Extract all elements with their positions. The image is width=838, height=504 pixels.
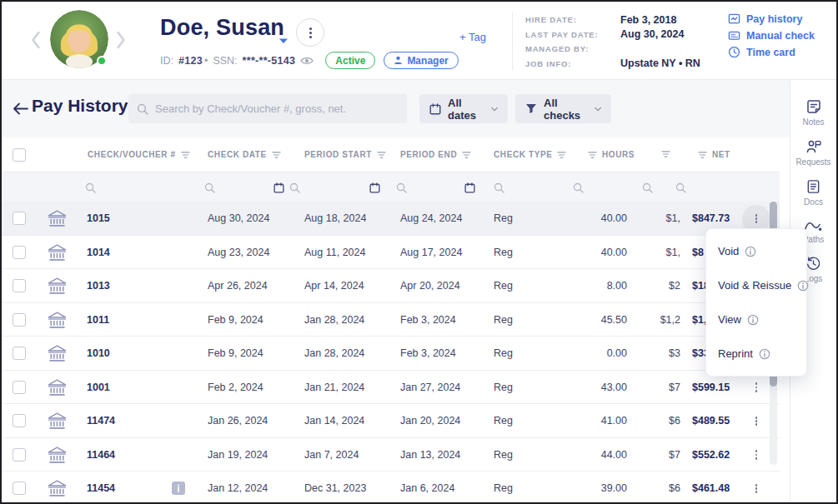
row-actions-button[interactable]	[742, 373, 770, 402]
docs-icon	[805, 178, 821, 195]
calendar-icon[interactable]	[369, 182, 380, 197]
table-row[interactable]: 11454Jan 12, 2024Dec 31, 2023Jan 6, 2024…	[2, 472, 780, 504]
menu-item-void-reissue[interactable]: Void & Reissue	[706, 279, 806, 292]
menu-item-view[interactable]: View	[706, 313, 806, 326]
period-start: Apr 14, 2024	[304, 269, 364, 303]
table-row[interactable]: 1013Apr 26, 2024Apr 14, 2024Apr 20, 2024…	[2, 269, 780, 303]
bank-icon	[47, 446, 68, 465]
table-row[interactable]: 1010Feb 9, 2024Jan 28, 2024Feb 3, 2024Re…	[2, 337, 780, 371]
table-row[interactable]: 11464Jan 19, 2024Jan 7, 2024Jan 13, 2024…	[2, 438, 780, 472]
row-checkbox[interactable]	[13, 482, 26, 495]
info-circle-icon	[747, 314, 759, 326]
row-checkbox[interactable]	[13, 279, 26, 292]
search-icon[interactable]	[675, 182, 686, 197]
manual-check-link[interactable]: Manual check	[728, 29, 815, 42]
info-label: MANAGED BY:	[525, 44, 620, 53]
bank-icon	[47, 209, 68, 228]
calendar-icon[interactable]	[464, 182, 475, 197]
employee-more-actions-button[interactable]	[296, 18, 324, 47]
row-actions-button[interactable]	[742, 475, 770, 503]
col-gross[interactable]	[661, 150, 675, 158]
app-window: Doe, Susan ID: #123 • SSN: ***-**-5143 A…	[0, 0, 838, 504]
search-icon[interactable]	[85, 182, 96, 197]
table-row[interactable]: 1011Feb 9, 2024Jan 28, 2024Feb 3, 2024Re…	[2, 303, 780, 337]
check-type: Reg	[494, 269, 513, 303]
add-tag-button[interactable]: + Tag	[459, 31, 486, 43]
check-number: 1011	[87, 303, 109, 337]
row-actions-button[interactable]	[742, 441, 770, 469]
check-filter-label: All checks	[544, 97, 588, 122]
check-date: Feb 9, 2024	[208, 303, 263, 337]
col-period-end[interactable]: PERIOD END	[400, 150, 471, 159]
row-checkbox[interactable]	[13, 313, 26, 327]
search-icon[interactable]	[573, 182, 584, 197]
check-date: Aug 23, 2024	[208, 236, 269, 270]
col-check-type[interactable]: CHECK TYPE	[494, 150, 566, 159]
date-filter-button[interactable]: All dates	[419, 94, 508, 123]
col-check-date[interactable]: CHECK DATE	[208, 150, 281, 159]
info-circle-icon	[759, 348, 770, 360]
menu-item-reprint[interactable]: Reprint	[706, 347, 806, 360]
row-checkbox[interactable]	[13, 212, 26, 225]
period-start: Aug 11, 2024	[304, 236, 365, 270]
table-header: CHECK/VOUCHER # CHECK DATE PERIOD START …	[2, 137, 780, 172]
sidebar-item-notes[interactable]: Notes	[802, 98, 824, 127]
search-icon[interactable]	[289, 182, 300, 197]
gross: $6	[639, 472, 680, 504]
employee-name[interactable]: Doe, Susan	[160, 15, 284, 41]
search-icon[interactable]	[204, 182, 215, 197]
period-start: Aug 18, 2024	[304, 202, 366, 236]
chevron-down-icon[interactable]	[278, 32, 289, 47]
select-all-checkbox[interactable]	[13, 148, 26, 162]
search-box[interactable]	[128, 94, 407, 123]
row-checkbox[interactable]	[13, 347, 26, 360]
row-checkbox[interactable]	[13, 246, 26, 259]
row-checkbox[interactable]	[13, 448, 26, 462]
row-actions-button[interactable]	[742, 407, 770, 436]
menu-item-void[interactable]: Void	[706, 245, 806, 257]
check-type: Reg	[494, 371, 513, 405]
col-hours[interactable]: HOURS	[588, 150, 635, 159]
quick-link-label: Manual check	[746, 30, 815, 42]
table-row[interactable]: 11474Jan 26, 2024Jan 14, 2024Jan 20, 202…	[2, 404, 780, 438]
eye-icon[interactable]	[300, 56, 314, 66]
search-icon[interactable]	[642, 182, 653, 197]
back-button[interactable]	[13, 102, 28, 118]
avatar[interactable]	[50, 10, 108, 68]
role-badge[interactable]: Manager	[384, 52, 458, 69]
check-date: Jan 12, 2024	[208, 472, 268, 504]
bank-icon	[47, 277, 68, 296]
filter-icon	[462, 151, 471, 159]
table-row[interactable]: 1014Aug 23, 2024Aug 11, 2024Aug 17, 2024…	[2, 236, 780, 270]
sidebar-item-requests[interactable]: Requests	[795, 138, 830, 167]
table-row[interactable]: 1015Aug 30, 2024Aug 18, 2024Aug 24, 2024…	[2, 202, 780, 236]
sidebar-item-label: Docs	[804, 197, 823, 207]
check-type: Reg	[494, 202, 513, 236]
employee-subheader: ID: #123 • SSN: ***-**-5143 Active Manag…	[160, 52, 459, 69]
col-check-voucher[interactable]: CHECK/VOUCHER #	[88, 150, 190, 159]
time-card-link[interactable]: Time card	[728, 46, 815, 58]
menu-item-label: Void & Reissue	[718, 279, 791, 292]
menu-item-label: View	[718, 313, 741, 326]
filter-icon	[181, 151, 190, 159]
row-checkbox[interactable]	[13, 381, 26, 394]
gross: $7	[639, 371, 680, 405]
sidebar-item-label: Requests	[795, 157, 830, 167]
search-icon[interactable]	[494, 182, 504, 197]
prev-employee-button[interactable]	[30, 30, 42, 53]
row-checkbox[interactable]	[13, 414, 26, 427]
col-net[interactable]: NET	[698, 150, 730, 159]
search-input[interactable]	[155, 102, 399, 115]
next-employee-button[interactable]	[115, 30, 127, 53]
sidebar-item-docs[interactable]: Docs	[804, 178, 823, 207]
search-icon[interactable]	[396, 182, 407, 197]
col-period-start[interactable]: PERIOD START	[304, 150, 386, 159]
table-row[interactable]: 1001Feb 2, 2024Jan 21, 2024Jan 27, 2024R…	[2, 371, 780, 405]
check-number: 1014	[87, 236, 110, 270]
check-date: Jan 26, 2024	[208, 404, 268, 438]
check-filter-button[interactable]: All checks	[515, 94, 611, 123]
chevron-down-icon	[491, 107, 498, 112]
period-start: Dec 31, 2023	[304, 472, 366, 504]
pay-history-link[interactable]: Pay history	[728, 12, 815, 25]
calendar-icon[interactable]	[273, 182, 284, 197]
